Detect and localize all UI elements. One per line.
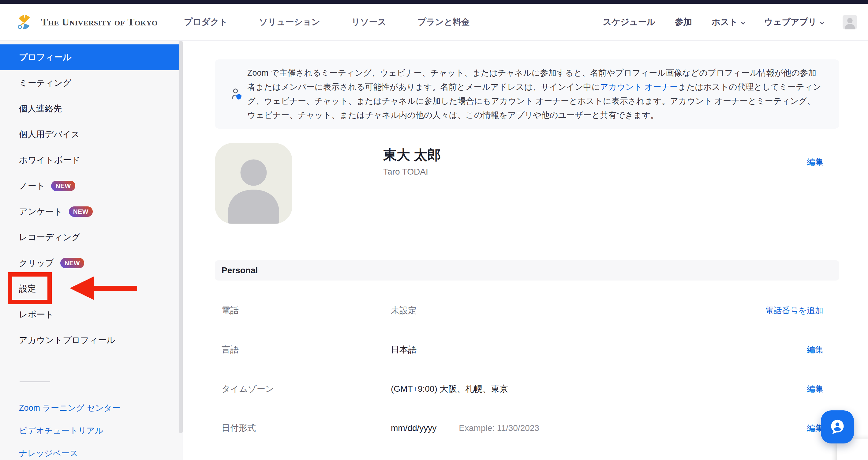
edit-language-link[interactable]: 編集 bbox=[807, 344, 823, 355]
logo-wordmark: The University of Tokyo bbox=[41, 16, 158, 28]
link-knowledge-base[interactable]: ナレッジベース bbox=[0, 442, 179, 460]
browser-top-strip bbox=[0, 0, 868, 4]
sidebar-item-clips[interactable]: クリップNEW bbox=[0, 250, 179, 276]
row-label: 電話 bbox=[222, 305, 391, 316]
row-label: 日付形式 bbox=[222, 422, 391, 434]
person-shield-privacy-icon bbox=[230, 87, 244, 101]
row-value: mm/dd/yyyy bbox=[391, 423, 436, 433]
edit-profile-link[interactable]: 編集 bbox=[807, 156, 823, 168]
nav-plans-pricing[interactable]: プランと料金 bbox=[417, 16, 470, 28]
chevron-down-icon bbox=[820, 20, 824, 25]
sidebar-divider bbox=[20, 381, 50, 382]
row-label: タイムゾーン bbox=[222, 383, 391, 395]
sidebar-footer-links: Zoom ラーニング センター ビデオチュートリアル ナレッジベース bbox=[0, 397, 179, 460]
nav-products[interactable]: プロダクト bbox=[184, 16, 228, 28]
timezone-row: タイムゾーン (GMT+9:00) 大阪、札幌、東京 編集 bbox=[215, 369, 839, 408]
annotation-red-arrow-head bbox=[70, 277, 94, 300]
sidebar-menu: プロフィール ミーティング 個人連絡先 個人用デバイス ホワイトボード ノートN… bbox=[0, 45, 179, 353]
zoom-web-portal-profile-page: The University of Tokyo プロダクト ソリューション リソ… bbox=[0, 0, 868, 460]
nav-schedule[interactable]: スケジュール bbox=[603, 16, 655, 28]
sidebar-item-notes[interactable]: ノートNEW bbox=[0, 173, 179, 199]
nav-join[interactable]: 参加 bbox=[675, 16, 692, 28]
privacy-notice: Zoom で主催されるミーティング、ウェビナー、チャット、またはチャネルに参加す… bbox=[215, 59, 839, 128]
nav-host-menu[interactable]: ホスト bbox=[712, 16, 745, 28]
row-value: (GMT+9:00) 大阪、札幌、東京 bbox=[391, 383, 508, 395]
privacy-notice-text: Zoom で主催されるミーティング、ウェビナー、チャット、またはチャネルに参加す… bbox=[247, 66, 823, 122]
language-row: 言語 日本語 編集 bbox=[215, 330, 839, 369]
sidebar-item-personal-devices[interactable]: 個人用デバイス bbox=[0, 122, 179, 147]
sidebar-item-reports[interactable]: レポート bbox=[0, 302, 179, 327]
sidebar-scrollbar[interactable] bbox=[179, 41, 183, 433]
sidebar-item-profile[interactable]: プロフィール bbox=[0, 45, 179, 70]
sidebar-item-meetings[interactable]: ミーティング bbox=[0, 70, 179, 96]
top-navigation-bar: The University of Tokyo プロダクト ソリューション リソ… bbox=[0, 4, 868, 41]
account-owner-link[interactable]: アカウント オーナー bbox=[600, 82, 678, 92]
row-value: 日本語 bbox=[391, 344, 416, 355]
chat-person-icon bbox=[828, 418, 847, 436]
date-format-example: Example: 11/30/2023 bbox=[459, 423, 539, 433]
chevron-down-icon bbox=[741, 20, 745, 25]
phone-row: 電話 未設定 電話番号を追加 bbox=[215, 291, 839, 330]
sidebar: プロフィール ミーティング 個人連絡先 個人用デバイス ホワイトボード ノートN… bbox=[0, 41, 183, 460]
sidebar-item-account-profile[interactable]: アカウントプロフィール bbox=[0, 327, 179, 353]
sidebar-item-surveys[interactable]: アンケートNEW bbox=[0, 199, 179, 225]
marketing-nav: プロダクト ソリューション リソース プランと料金 bbox=[184, 16, 470, 28]
date-format-row: 日付形式 mm/dd/yyyy Example: 11/30/2023 編集 bbox=[215, 408, 839, 448]
personal-rows: 電話 未設定 電話番号を追加 言語 日本語 編集 タイムゾーン (GMT+9:0… bbox=[215, 291, 839, 448]
link-video-tutorials[interactable]: ビデオチュートリアル bbox=[0, 419, 179, 442]
link-zoom-learning-center[interactable]: Zoom ラーニング センター bbox=[0, 397, 179, 419]
row-label: 言語 bbox=[222, 344, 391, 355]
nav-resources[interactable]: リソース bbox=[351, 16, 386, 28]
account-nav: スケジュール 参加 ホスト ウェブアプリ bbox=[603, 16, 824, 28]
sidebar-item-recordings[interactable]: レコーディング bbox=[0, 225, 179, 250]
sidebar-item-whiteboard[interactable]: ホワイトボード bbox=[0, 147, 179, 173]
annotation-red-arrow bbox=[93, 286, 137, 291]
support-chat-button[interactable] bbox=[821, 410, 854, 443]
add-phone-number-link[interactable]: 電話番号を追加 bbox=[765, 305, 823, 316]
profile-romanized-name: Taro TODAI bbox=[383, 167, 428, 177]
new-badge: NEW bbox=[60, 258, 85, 268]
main-content: Zoom で主催されるミーティング、ウェビナー、チャット、またはチャネルに参加す… bbox=[183, 41, 868, 460]
university-of-tokyo-logo[interactable]: The University of Tokyo bbox=[15, 13, 158, 31]
sidebar-item-personal-contacts[interactable]: 個人連絡先 bbox=[0, 96, 179, 122]
personal-section-header: Personal bbox=[215, 260, 839, 281]
person-silhouette-icon bbox=[843, 15, 857, 29]
new-badge: NEW bbox=[51, 181, 75, 191]
profile-display-name: 東大 太郎 bbox=[383, 146, 441, 164]
edit-timezone-link[interactable]: 編集 bbox=[807, 383, 823, 395]
utokyo-ginkgo-emblem-icon bbox=[15, 13, 34, 31]
account-avatar[interactable] bbox=[843, 15, 857, 29]
person-silhouette-icon bbox=[215, 143, 292, 224]
profile-avatar[interactable] bbox=[215, 143, 292, 224]
new-badge: NEW bbox=[69, 206, 93, 217]
row-value: 未設定 bbox=[391, 305, 416, 316]
nav-solutions[interactable]: ソリューション bbox=[259, 16, 320, 28]
nav-web-app-menu[interactable]: ウェブアプリ bbox=[764, 16, 824, 28]
